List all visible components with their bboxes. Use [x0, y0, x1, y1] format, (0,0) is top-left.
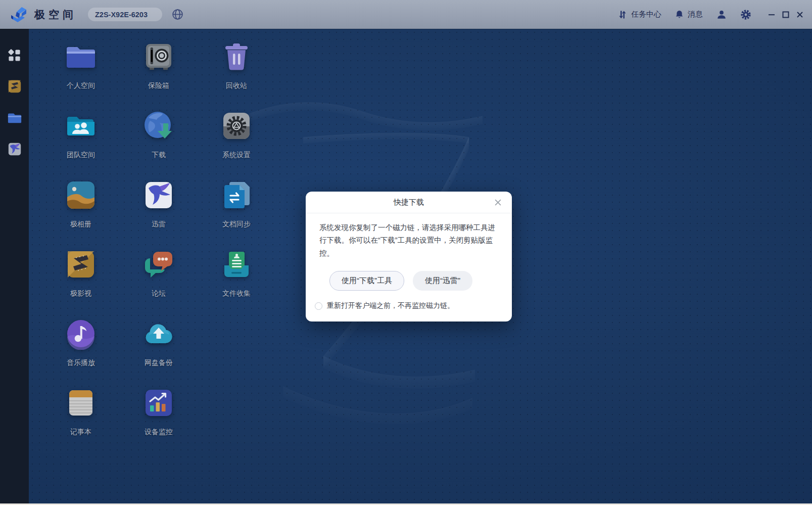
- app-label: 网盘备份: [145, 358, 173, 368]
- sidebar-item-xunlei[interactable]: [6, 140, 24, 158]
- titlebar-right: 任务中心 消息: [617, 5, 812, 25]
- close-icon: [494, 199, 502, 206]
- app-label: 论坛: [152, 289, 166, 298]
- app-doc-sync[interactable]: 文档同步: [198, 176, 275, 246]
- app-row: 个人空间 保险箱 回收站: [42, 38, 275, 107]
- globe-download-icon: [142, 110, 175, 142]
- cloud-upload-icon: [142, 317, 175, 350]
- document-sync-icon: [220, 179, 253, 211]
- globe-icon: [171, 8, 184, 21]
- app-label: 文件收集: [222, 289, 251, 298]
- app-forum[interactable]: 论坛: [120, 246, 198, 315]
- app-label: 文档同步: [222, 220, 251, 229]
- app-row: 记事本 设备监控: [42, 384, 275, 453]
- folder-icon: [65, 40, 97, 73]
- landscape-photo-icon: [65, 179, 97, 211]
- sidebar: [0, 29, 29, 503]
- bell-icon: [675, 10, 684, 19]
- device-selector[interactable]: Z2S-X92E-6203: [88, 8, 162, 21]
- app-label: 保险箱: [148, 81, 169, 90]
- movie-app-icon: [7, 79, 22, 94]
- app-label: 系统设置: [222, 151, 251, 160]
- app-cloud-backup[interactable]: 网盘备份: [120, 315, 198, 384]
- document-tray-icon: [220, 248, 253, 281]
- app-label: 个人空间: [67, 81, 95, 90]
- app-label: 极影视: [70, 289, 91, 298]
- user-icon: [716, 9, 727, 20]
- music-note-icon: [65, 317, 97, 350]
- xunlei-icon: [7, 142, 22, 157]
- app-label: 回收站: [226, 81, 247, 90]
- brand-title: 极空间: [34, 8, 77, 22]
- app-row: 极影视 论坛 文件收集: [42, 246, 275, 315]
- app-device-monitor[interactable]: 设备监控: [120, 384, 198, 453]
- device-name: Z2S-X92E-6203: [95, 11, 148, 19]
- close-button[interactable]: [793, 5, 807, 25]
- task-center-label: 任务中心: [631, 10, 661, 19]
- notepad-icon: [65, 387, 97, 419]
- app-row: 团队空间 下载 系统设置: [42, 107, 275, 176]
- chart-monitor-icon: [142, 387, 175, 419]
- gear-icon: [220, 110, 253, 142]
- app-label: 团队空间: [67, 151, 95, 160]
- app-photo-album[interactable]: 极相册: [42, 176, 120, 246]
- app-row: 音乐播放 网盘备份: [42, 315, 275, 384]
- grid-apps-icon: [8, 49, 21, 62]
- user-button[interactable]: [716, 9, 727, 20]
- app-personal-space[interactable]: 个人空间: [42, 38, 120, 107]
- dialog-close-button[interactable]: [492, 192, 504, 213]
- app-team-space[interactable]: 团队空间: [42, 107, 120, 176]
- globe-button[interactable]: [171, 8, 184, 21]
- minimize-button[interactable]: [765, 5, 779, 25]
- app-file-collect[interactable]: 文件收集: [198, 246, 275, 315]
- dialog-body-text: 系统发现你复制了一个磁力链，请选择采用哪种工具进行下载。你可以在“下载”工具的设…: [306, 213, 512, 260]
- gear-icon: [740, 9, 751, 20]
- zspace-window: 极空间 Z2S-X92E-6203: [0, 0, 812, 505]
- folder-icon: [7, 110, 22, 125]
- stop-monitoring-label: 重新打开客户端之前，不再监控磁力链。: [327, 301, 454, 310]
- app-label: 记事本: [70, 428, 91, 437]
- task-center-button[interactable]: 任务中心: [617, 10, 661, 20]
- app-music-player[interactable]: 音乐播放: [42, 315, 120, 384]
- use-download-tool-button[interactable]: 使用“下载”工具: [329, 271, 404, 291]
- xunlei-bird-icon: [142, 179, 175, 211]
- stop-monitoring-radio[interactable]: [315, 302, 322, 310]
- zspace-logo-icon: [10, 6, 27, 23]
- app-label: 迅雷: [152, 220, 166, 229]
- dialog-title: 快捷下载: [394, 198, 424, 207]
- safe-icon: [142, 40, 175, 73]
- quick-download-dialog: 快捷下载 系统发现你复制了一个磁力链，请选择采用哪种工具进行下载。你可以在“下载…: [306, 192, 512, 322]
- app-label: 设备监控: [145, 428, 173, 437]
- app-movie[interactable]: 极影视: [42, 246, 120, 315]
- sidebar-item-movie[interactable]: [6, 77, 24, 96]
- app-safe-box[interactable]: 保险箱: [120, 38, 198, 107]
- dialog-checkbox-row: 重新打开客户端之前，不再监控磁力链。: [306, 291, 512, 322]
- app-label: 极相册: [70, 220, 91, 229]
- window-controls: [765, 5, 807, 25]
- team-folder-icon: [65, 110, 97, 142]
- app-grid: 个人空间 保险箱 回收站 团队空间 下载 系统设置 极相册 迅雷: [42, 38, 275, 453]
- app-notepad[interactable]: 记事本: [42, 384, 120, 453]
- app-system-settings[interactable]: 系统设置: [198, 107, 275, 176]
- sidebar-item-files[interactable]: [6, 109, 24, 127]
- dialog-buttons: 使用“下载”工具 使用“迅雷”: [306, 260, 512, 291]
- app-download[interactable]: 下载: [120, 107, 198, 176]
- transfer-arrows-icon: [617, 10, 628, 20]
- maximize-button[interactable]: [779, 5, 793, 25]
- titlebar: 极空间 Z2S-X92E-6203: [0, 0, 812, 29]
- trash-icon: [220, 40, 253, 73]
- chat-bubbles-icon: [142, 248, 175, 281]
- use-xunlei-button[interactable]: 使用“迅雷”: [413, 271, 472, 291]
- app-label: 音乐播放: [67, 358, 95, 368]
- sidebar-item-apps[interactable]: [6, 46, 24, 64]
- app-label: 下载: [152, 151, 166, 160]
- filmstrip-z-icon: [65, 248, 97, 281]
- messages-button[interactable]: 消息: [675, 10, 703, 19]
- app-xunlei[interactable]: 迅雷: [120, 176, 198, 246]
- app-row: 极相册 迅雷 文档同步: [42, 176, 275, 246]
- dialog-header: 快捷下载: [306, 192, 512, 213]
- messages-label: 消息: [688, 10, 703, 19]
- settings-button[interactable]: [740, 9, 751, 20]
- app-recycle-bin[interactable]: 回收站: [198, 38, 275, 107]
